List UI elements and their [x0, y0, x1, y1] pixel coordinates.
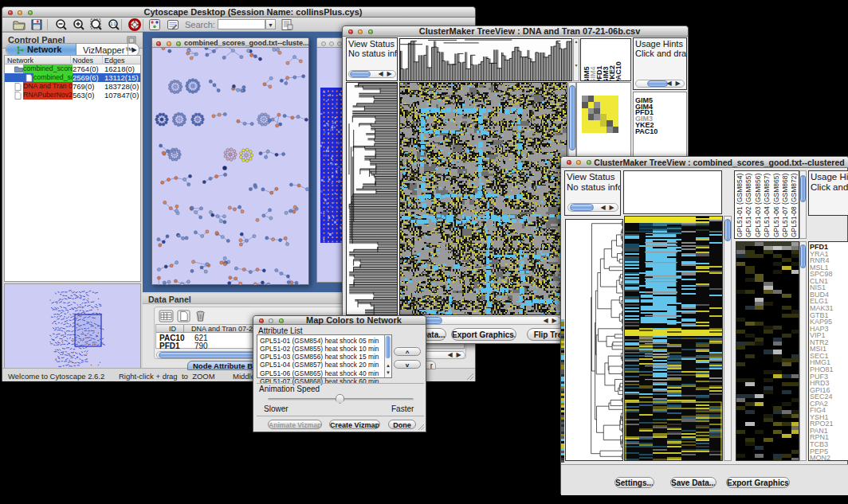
- svg-text:1:1: 1:1: [111, 21, 116, 26]
